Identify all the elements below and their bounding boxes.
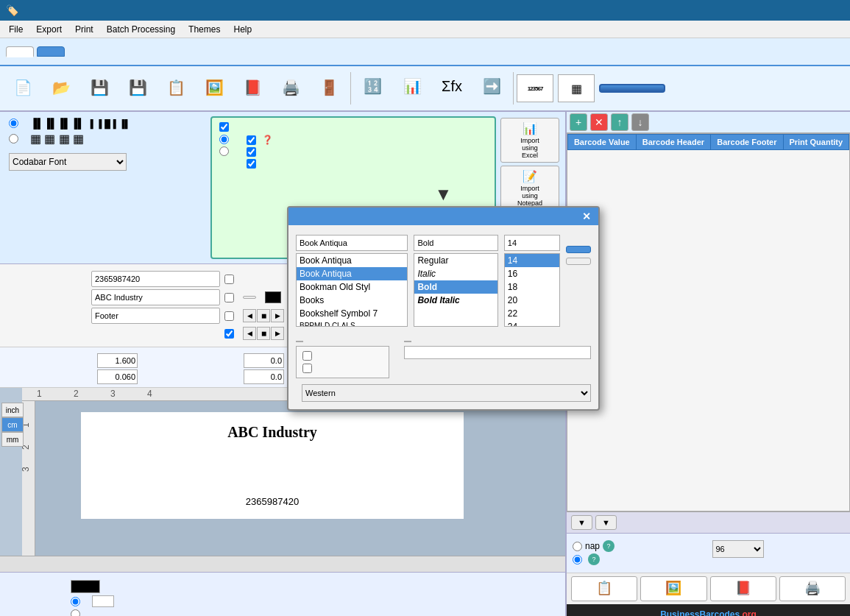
font-item-1[interactable]: Book Antiqua xyxy=(297,254,407,267)
font-list: Book Antiqua Book Antiqua Bookman Old St… xyxy=(296,253,408,327)
size-16[interactable]: 16 xyxy=(505,267,559,280)
underline-row xyxy=(302,364,383,373)
effects-label xyxy=(296,341,303,342)
strikeout-row xyxy=(302,351,383,361)
font-item-4[interactable]: Books xyxy=(297,294,407,307)
style-bold[interactable]: Bold xyxy=(414,280,497,294)
effects-box xyxy=(296,346,389,378)
size-24[interactable]: 24 xyxy=(505,320,559,327)
font-dialog-body: Book Antiqua Book Antiqua Bookman Old St… xyxy=(288,225,598,409)
font-item-5[interactable]: Bookshelf Symbol 7 xyxy=(297,307,407,320)
font-search-input[interactable] xyxy=(296,235,408,251)
font-dialog-title-bar: ✕ xyxy=(288,208,598,225)
size-input[interactable] xyxy=(504,235,560,251)
font-columns: Book Antiqua Book Antiqua Bookman Old St… xyxy=(296,233,591,327)
font-item-3[interactable]: Bookman Old Styl xyxy=(297,280,407,294)
script-row: Western Greek Turkish xyxy=(296,384,591,402)
dialog-buttons xyxy=(566,246,591,327)
style-italic[interactable]: Italic xyxy=(414,267,497,280)
font-item-2[interactable]: Book Antiqua xyxy=(297,267,407,280)
style-bold-italic[interactable]: Bold Italic xyxy=(414,294,497,307)
underline-cb[interactable] xyxy=(302,364,312,373)
style-list: Regular Italic Bold Bold Italic xyxy=(414,253,497,327)
font-item-6[interactable]: BPPMLD CLALS xyxy=(297,320,407,327)
style-regular[interactable]: Regular xyxy=(414,254,497,267)
script-select[interactable]: Western Greek Turkish xyxy=(302,384,591,402)
effects-sample-row xyxy=(296,334,591,378)
font-cancel-button[interactable] xyxy=(566,258,591,265)
strikeout-cb[interactable] xyxy=(302,351,312,361)
arrow-indicator: ▼ xyxy=(435,184,453,205)
size-18[interactable]: 18 xyxy=(505,280,559,294)
effects-section xyxy=(296,334,389,378)
size-20[interactable]: 20 xyxy=(505,294,559,307)
font-dialog-overlay: ✕ ▼ Book Antiqua Book Antiqua Bookman Ol… xyxy=(0,0,850,616)
down-arrow-icon: ▼ xyxy=(435,184,453,205)
style-input[interactable] xyxy=(414,235,497,251)
sample-section xyxy=(404,334,591,378)
size-14[interactable]: 14 xyxy=(505,254,559,267)
font-dialog-close-button[interactable]: ✕ xyxy=(582,210,591,222)
sample-label xyxy=(404,341,411,342)
size-list: 14 16 18 20 22 24 26 xyxy=(504,253,560,327)
sample-display xyxy=(404,346,591,359)
font-ok-button[interactable] xyxy=(566,246,591,253)
font-column: Book Antiqua Book Antiqua Bookman Old St… xyxy=(296,233,408,327)
style-column: Regular Italic Bold Bold Italic xyxy=(414,233,497,327)
size-column: 14 16 18 20 22 24 26 xyxy=(504,233,560,327)
size-22[interactable]: 22 xyxy=(505,307,559,320)
font-dialog: ✕ ▼ Book Antiqua Book Antiqua Bookman Ol… xyxy=(287,206,600,411)
